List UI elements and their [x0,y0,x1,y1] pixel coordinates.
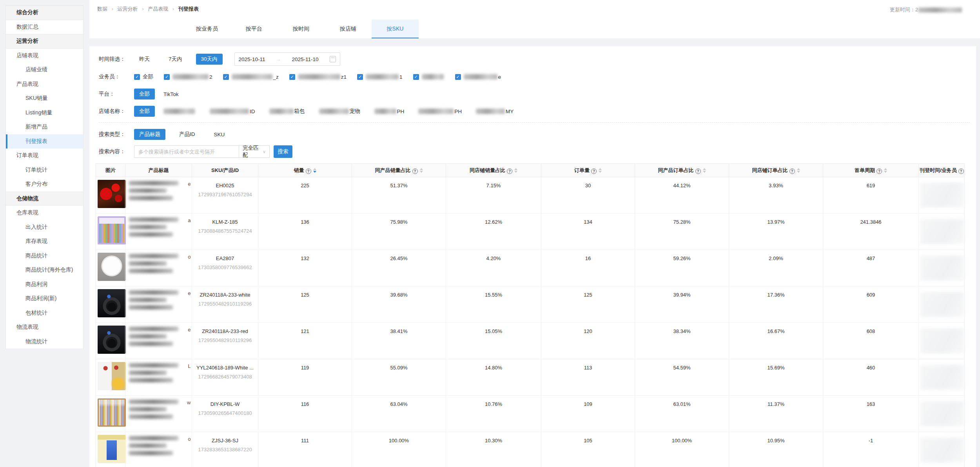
salesperson-all-checkbox[interactable]: ✓ 全部 [134,73,153,80]
sidebar-item[interactable]: 商品统计(海外仓库) [6,263,83,277]
search-button[interactable]: 搜索 [274,145,292,158]
sidebar-item[interactable]: 仓库表现 [6,206,83,220]
checkbox-checked-icon[interactable]: ✓ [223,74,229,80]
product-title-blurred: a [129,217,189,237]
column-header-product-orders-pct[interactable]: 同产品订单占比? [635,164,729,177]
sku-code: KLM-Z-185 [194,219,256,225]
shop-option[interactable]: 宠物 [319,108,360,115]
sidebar-item[interactable]: 商品统计 [6,249,83,263]
search-type-option[interactable]: 产品ID [174,129,200,140]
shop-option[interactable]: 箱包 [269,108,305,115]
sidebar-item[interactable]: 物流统计 [6,335,83,349]
salesperson-checkbox[interactable]: ✓ [413,74,445,80]
shop-option[interactable]: ID [210,109,255,114]
sidebar-item[interactable]: 新增产品 [6,120,83,134]
match-mode-select[interactable]: 完全匹配 ∨ [239,145,270,158]
platform-option-tiktok[interactable]: TikTok [163,91,179,97]
sidebar-item[interactable]: 商品利润(新) [6,291,83,306]
sidebar-item[interactable]: 出入统计 [6,220,83,235]
date-range-picker[interactable]: 2025-10-11 → 2025-11-10 [234,52,340,66]
column-header-first-cycle[interactable]: 首单周期? [823,164,919,177]
tab[interactable]: 按时间 [278,20,325,38]
salesperson-checkbox[interactable]: ✓ z1 [289,74,347,80]
date-start[interactable]: 2025-10-11 [239,56,265,62]
help-icon[interactable]: ? [591,168,597,174]
help-icon[interactable]: ? [958,168,964,174]
help-icon[interactable]: ? [306,168,311,174]
salesperson-checkbox[interactable]: ✓ _z [223,74,279,80]
sidebar-item[interactable]: 店铺业绩 [6,63,83,77]
help-icon[interactable]: ? [877,168,882,174]
search-type-option[interactable]: SKU [209,130,230,139]
tab[interactable]: 按店铺 [325,20,372,38]
sidebar-item[interactable]: 仓储物流 [6,192,83,206]
shop-option[interactable]: MY [476,109,514,114]
product-title-tail: L [188,363,191,369]
help-icon[interactable]: ? [695,168,701,174]
sidebar-item[interactable]: 订单统计 [6,163,83,177]
sidebar-item[interactable]: 包材统计 [6,306,83,320]
search-type-option[interactable]: 产品标题 [134,129,165,140]
calendar-icon[interactable] [330,56,336,62]
sort-icon[interactable] [599,168,602,173]
help-icon[interactable]: ? [789,168,795,174]
sort-icon[interactable] [884,168,887,173]
platform-all-option[interactable]: 全部 [134,89,155,100]
salesperson-checkbox[interactable]: ✓ 2 [164,74,212,80]
shop-option[interactable]: PH [374,109,405,114]
breadcrumb-item[interactable]: 产品表现 [148,6,168,12]
sidebar-item[interactable]: 运营分析 [6,34,83,49]
column-header-product-sales-pct[interactable]: 同产品销量占比? [352,164,446,177]
checkbox-checked-icon[interactable]: ✓ [357,74,363,80]
time-option[interactable]: 昨天 [134,54,155,65]
checkbox-checked-icon[interactable]: ✓ [134,74,140,80]
help-icon[interactable]: ? [507,168,512,174]
tab[interactable]: 按业务员 [183,20,230,38]
sidebar-item[interactable]: Listing销量 [6,106,83,120]
sidebar-item[interactable]: 产品表现 [6,77,83,92]
sidebar-item[interactable]: SKU销量 [6,91,83,106]
checkbox-checked-icon[interactable]: ✓ [455,74,461,80]
salesperson-filter-row: 业务员： ✓ 全部 ✓ 2 ✓ _z [99,71,970,83]
tab[interactable]: 按SKU [372,20,419,38]
sidebar-item[interactable]: 商品利润 [6,277,83,292]
sort-icon[interactable] [420,168,423,173]
sidebar-item[interactable]: 库存表现 [6,234,83,249]
shop-all-option[interactable]: 全部 [134,106,155,117]
sidebar-item[interactable]: 物流表现 [6,320,83,335]
sort-icon[interactable] [703,168,706,173]
salesperson-checkbox[interactable]: ✓ 1 [357,74,403,80]
column-header-sales[interactable]: 销量? [258,164,352,177]
salesperson-checkbox[interactable]: ✓ e [455,74,501,80]
sidebar-item[interactable]: 订单表现 [6,148,83,163]
sort-icon[interactable] [514,168,517,173]
sidebar-item[interactable]: 客户分布 [6,177,83,192]
column-header-orders[interactable]: 订单量? [541,164,635,177]
column-header-shop-orders-pct[interactable]: 同店铺订单占比? [729,164,823,177]
sort-icon[interactable] [313,168,316,173]
date-end[interactable]: 2025-11-10 [292,56,319,62]
sidebar-item[interactable]: 刊登报表 [6,134,83,149]
product-sales-pct-cell: 26.45% [352,250,446,286]
shop-option[interactable]: PH [418,109,462,114]
column-header-listing-time[interactable]: 刊登时间/业务员? [919,164,965,177]
sidebar-item[interactable]: 店铺表现 [6,49,83,63]
sort-icon[interactable] [797,168,800,173]
sidebar-item[interactable]: 综合分析 [6,5,83,20]
time-option[interactable]: 7天内 [163,54,187,65]
breadcrumb-item[interactable]: 数据 [97,6,107,12]
product-title-blurred: e [129,181,189,200]
search-input[interactable] [134,145,239,158]
help-icon[interactable]: ? [412,168,418,174]
checkbox-checked-icon[interactable]: ✓ [289,74,295,80]
shop-option[interactable] [163,109,196,114]
column-header-shop-sales-pct[interactable]: 同店铺销量占比? [446,164,541,177]
checkbox-checked-icon[interactable]: ✓ [413,74,419,80]
checkbox-checked-icon[interactable]: ✓ [164,74,170,80]
product-title-cell: a [125,214,192,250]
breadcrumb-item[interactable]: 运营分析 [118,6,138,12]
product-orders-pct-cell: 38.34% [635,323,729,359]
sidebar-item[interactable]: 数据汇总 [6,20,83,34]
time-option[interactable]: 30天内 [196,54,223,65]
tab[interactable]: 按平台 [230,20,278,38]
